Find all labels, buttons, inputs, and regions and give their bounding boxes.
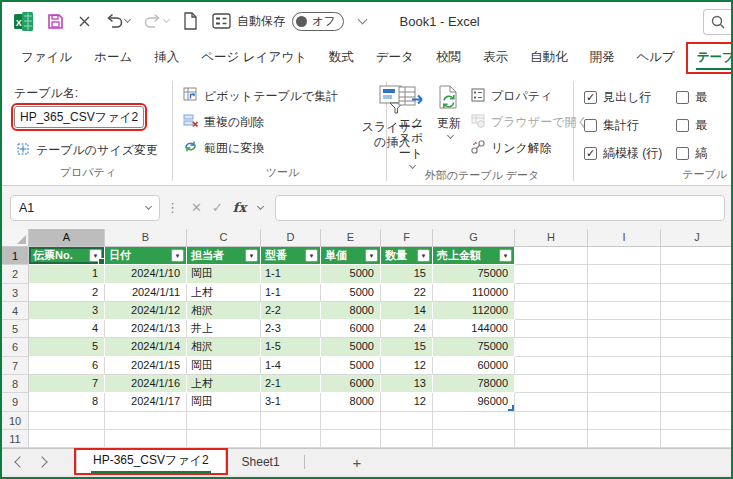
- ribbon-button[interactable]: 重複の削除: [179, 109, 342, 135]
- filter-dropdown-icon[interactable]: ▼: [305, 249, 318, 262]
- style-option-checkbox[interactable]: 最: [676, 83, 707, 111]
- column-header-H[interactable]: H: [515, 229, 588, 247]
- filter-dropdown-icon[interactable]: ▼: [499, 249, 512, 262]
- row-header-3[interactable]: 3: [2, 284, 29, 302]
- cell-H11[interactable]: [515, 430, 588, 448]
- cell-I4[interactable]: [588, 302, 661, 320]
- style-option-checkbox[interactable]: 集計行: [584, 111, 662, 139]
- cell-A5[interactable]: 4: [29, 320, 105, 338]
- filter-dropdown-icon[interactable]: ▼: [171, 249, 184, 262]
- cell-F4[interactable]: 14: [381, 302, 433, 320]
- cell-F11[interactable]: [381, 430, 433, 448]
- autosave-toggle[interactable]: オフ: [292, 12, 344, 31]
- ribbon-button[interactable]: 範囲に変換: [179, 135, 342, 161]
- cell-B8[interactable]: 2024/1/16: [105, 375, 187, 393]
- cell-J6[interactable]: [661, 338, 731, 356]
- select-all-corner[interactable]: [2, 229, 29, 247]
- sheet-tab-2[interactable]: Sheet1: [228, 455, 294, 469]
- cell-G2[interactable]: 75000: [433, 265, 515, 283]
- row-header-11[interactable]: 11: [2, 430, 29, 448]
- cell-C4[interactable]: 相沢: [187, 302, 261, 320]
- cell-A4[interactable]: 3: [29, 302, 105, 320]
- cell-D6[interactable]: 1-5: [261, 338, 321, 356]
- name-box[interactable]: A1: [10, 195, 160, 221]
- ribbon-tab[interactable]: ファイル: [10, 42, 83, 74]
- ribbon-tab[interactable]: ページ レイアウト: [190, 42, 318, 74]
- style-option-checkbox[interactable]: 縞: [676, 139, 707, 167]
- cell-J9[interactable]: [661, 393, 731, 411]
- ribbon-tab[interactable]: 開発: [578, 42, 625, 74]
- cell-G3[interactable]: 110000: [433, 284, 515, 302]
- row-header-1[interactable]: 1: [2, 247, 29, 265]
- cell-G5[interactable]: 144000: [433, 320, 515, 338]
- add-sheet-button[interactable]: +: [343, 454, 372, 471]
- cell-J3[interactable]: [661, 284, 731, 302]
- more-commands-icon[interactable]: [357, 15, 367, 25]
- formula-input[interactable]: [275, 195, 725, 221]
- cell-C7[interactable]: 岡田: [187, 357, 261, 375]
- cell-G4[interactable]: 112000: [433, 302, 515, 320]
- cell-E11[interactable]: [321, 430, 381, 448]
- cell-A7[interactable]: 6: [29, 357, 105, 375]
- filter-dropdown-icon[interactable]: ▼: [365, 249, 378, 262]
- filter-dropdown-icon[interactable]: ▼: [417, 249, 430, 262]
- cell-B7[interactable]: 2024/1/15: [105, 357, 187, 375]
- cell-H3[interactable]: [515, 284, 588, 302]
- cell-G11[interactable]: [433, 430, 515, 448]
- ribbon-tab[interactable]: 挿入: [143, 42, 190, 74]
- cell-J7[interactable]: [661, 357, 731, 375]
- column-header-F[interactable]: F: [381, 229, 433, 247]
- cell-B6[interactable]: 2024/1/14: [105, 338, 187, 356]
- cell-B1[interactable]: 日付▼: [105, 247, 187, 265]
- cell-C8[interactable]: 上村: [187, 375, 261, 393]
- row-header-7[interactable]: 7: [2, 357, 29, 375]
- ribbon-tab[interactable]: 数式: [318, 42, 365, 74]
- column-header-B[interactable]: B: [105, 229, 187, 247]
- cell-I7[interactable]: [588, 357, 661, 375]
- cell-I5[interactable]: [588, 320, 661, 338]
- refresh-button[interactable]: 更新: [431, 81, 467, 168]
- cell-F6[interactable]: 15: [381, 338, 433, 356]
- column-header-D[interactable]: D: [261, 229, 321, 247]
- cell-D10[interactable]: [261, 412, 321, 430]
- row-header-2[interactable]: 2: [2, 265, 29, 283]
- cell-J4[interactable]: [661, 302, 731, 320]
- cell-B4[interactable]: 2024/1/12: [105, 302, 187, 320]
- ribbon-tab[interactable]: データ: [365, 42, 425, 74]
- enter-icon[interactable]: ✓: [212, 200, 223, 215]
- cell-I2[interactable]: [588, 265, 661, 283]
- cell-H2[interactable]: [515, 265, 588, 283]
- cell-F8[interactable]: 13: [381, 375, 433, 393]
- cell-F2[interactable]: 15: [381, 265, 433, 283]
- cell-F10[interactable]: [381, 412, 433, 430]
- ribbon-tab[interactable]: ヘルプ: [625, 42, 685, 74]
- row-header-4[interactable]: 4: [2, 302, 29, 320]
- cell-F9[interactable]: 12: [381, 393, 433, 411]
- resize-table-button[interactable]: テーブルのサイズ変更: [12, 137, 164, 163]
- formula-bar-grip[interactable]: ⋮: [166, 200, 179, 215]
- cell-B9[interactable]: 2024/1/17: [105, 393, 187, 411]
- sheet-tab-1[interactable]: HP-365_CSVファイ2: [76, 450, 226, 473]
- cell-C6[interactable]: 相沢: [187, 338, 261, 356]
- cell-I11[interactable]: [588, 430, 661, 448]
- cell-G1[interactable]: 売上金額▼: [433, 247, 515, 265]
- cancel-icon[interactable]: ✕: [191, 200, 202, 215]
- cell-C1[interactable]: 担当者▼: [187, 247, 261, 265]
- column-header-G[interactable]: G: [433, 229, 515, 247]
- excel-app-icon[interactable]: X: [14, 12, 33, 31]
- ribbon-tab[interactable]: 校閲: [425, 42, 472, 74]
- cell-D7[interactable]: 1-4: [261, 357, 321, 375]
- cell-I9[interactable]: [588, 393, 661, 411]
- cell-F1[interactable]: 数量▼: [381, 247, 433, 265]
- form-view-icon[interactable]: [212, 13, 231, 29]
- ribbon-button[interactable]: ピボットテーブルで集計: [179, 83, 342, 109]
- cell-A9[interactable]: 8: [29, 393, 105, 411]
- cell-F3[interactable]: 22: [381, 284, 433, 302]
- cell-E7[interactable]: 5000: [321, 357, 381, 375]
- cell-E9[interactable]: 8000: [321, 393, 381, 411]
- cell-G10[interactable]: [433, 412, 515, 430]
- cell-C11[interactable]: [187, 430, 261, 448]
- ribbon-tab[interactable]: ホーム: [83, 42, 143, 74]
- cell-I6[interactable]: [588, 338, 661, 356]
- column-header-A[interactable]: A: [29, 229, 105, 247]
